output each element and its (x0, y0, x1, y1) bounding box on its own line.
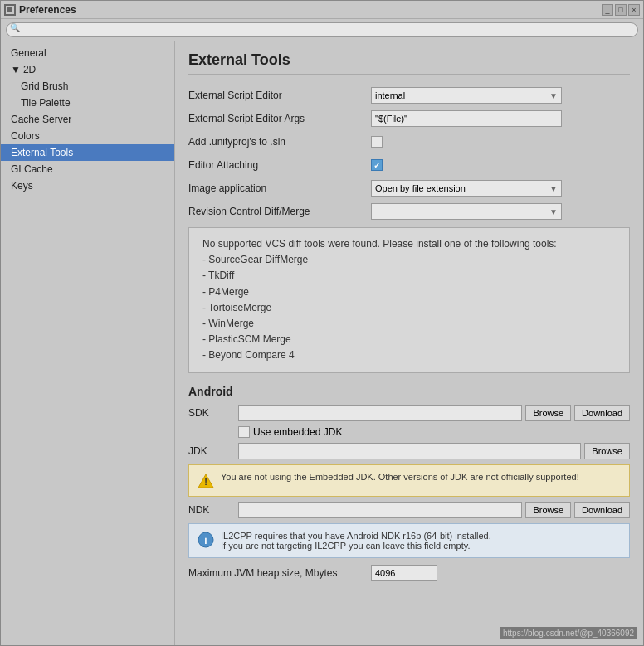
sidebar-item-external-tools[interactable]: External Tools (1, 144, 174, 161)
sdk-browse-button[interactable]: Browse (525, 405, 571, 421)
revision-control-dropdown[interactable]: ▼ (371, 203, 562, 220)
external-script-editor-value: internal (375, 90, 405, 100)
ndk-info-box: i IL2CPP requires that you have Android … (188, 523, 630, 558)
sidebar: General ▼2D Grid Brush Tile Palette Cach… (1, 41, 175, 645)
sidebar-item-2d[interactable]: ▼2D (1, 61, 174, 78)
use-embedded-jdk-label: Use embedded JDK (253, 426, 342, 438)
external-script-editor-control: internal ▼ (371, 87, 630, 104)
jdk-warning-text: You are not using the Embedded JDK. Othe… (221, 472, 579, 482)
sdk-label: SDK (188, 407, 238, 419)
chevron-down-icon: ▼ (549, 91, 558, 100)
search-bar (1, 19, 643, 41)
external-script-editor-dropdown[interactable]: internal ▼ (371, 87, 562, 104)
info-icon: i (198, 532, 214, 548)
vcs-message: No supported VCS diff tools were found. … (202, 236, 616, 252)
jdk-row: JDK Browse (188, 443, 630, 459)
jdk-warning-box: ! You are not using the Embedded JDK. Ot… (188, 464, 630, 497)
add-unity-proj-label: Add .unityproj's to .sln (188, 136, 371, 148)
preferences-window: Preferences _ □ × General ▼2D Grid Brush… (0, 0, 644, 646)
jvm-input[interactable] (371, 565, 437, 581)
ndk-label: NDK (188, 504, 238, 516)
editor-attaching-control (371, 159, 630, 171)
vcs-tool-2: - P4Merge (202, 284, 616, 300)
image-application-control: Open by file extension ▼ (371, 180, 630, 197)
vcs-tool-3: - TortoiseMerge (202, 300, 616, 316)
jdk-input[interactable] (238, 443, 581, 459)
sdk-input[interactable] (238, 405, 522, 421)
jvm-label: Maximum JVM heap size, Mbytes (188, 567, 371, 579)
chevron-down-icon: ▼ (549, 207, 558, 216)
ndk-download-button[interactable]: Download (574, 502, 630, 518)
add-unity-proj-row: Add .unityproj's to .sln (188, 133, 630, 151)
external-script-editor-label: External Script Editor (188, 90, 371, 101)
jvm-row: Maximum JVM heap size, Mbytes (188, 565, 630, 581)
sidebar-item-general[interactable]: General (1, 45, 174, 61)
minimize-button[interactable]: _ (602, 4, 613, 16)
vcs-tool-0: - SourceGear DiffMerge (202, 252, 616, 268)
external-script-editor-args-row: External Script Editor Args (188, 109, 630, 128)
revision-control-row: Revision Control Diff/Merge ▼ (188, 202, 630, 221)
image-application-label: Image application (188, 182, 371, 194)
ndk-row: NDK Browse Download (188, 502, 630, 518)
image-application-row: Image application Open by file extension… (188, 179, 630, 197)
sidebar-item-gi-cache[interactable]: GI Cache (1, 161, 174, 177)
sidebar-item-grid-brush[interactable]: Grid Brush (1, 78, 174, 95)
title-bar: Preferences _ □ × (1, 1, 643, 19)
chevron-down-icon: ▼ (549, 184, 558, 193)
ndk-browse-button[interactable]: Browse (525, 502, 571, 518)
sidebar-item-tile-palette[interactable]: Tile Palette (1, 95, 174, 111)
ndk-info-text: IL2CPP requires that you have Android ND… (221, 531, 491, 551)
arrow-icon: ▼ (11, 64, 21, 75)
jdk-browse-button[interactable]: Browse (584, 443, 630, 459)
content-area: External Tools External Script Editor in… (175, 41, 643, 645)
search-input[interactable] (6, 22, 638, 37)
external-script-editor-args-label: External Script Editor Args (188, 113, 371, 124)
image-application-value: Open by file extension (375, 183, 466, 193)
vcs-tool-4: - WinMerge (202, 316, 616, 332)
svg-text:!: ! (204, 477, 207, 487)
jdk-label: JDK (188, 445, 238, 457)
watermark: https://blog.csdn.net/@p_40366092 (500, 627, 637, 639)
ndk-info-line1: IL2CPP requires that you have Android ND… (221, 531, 491, 541)
search-wrapper (6, 22, 638, 37)
add-unity-proj-control (371, 136, 630, 148)
window-title: Preferences (19, 4, 602, 16)
svg-text:i: i (204, 535, 207, 546)
image-application-dropdown[interactable]: Open by file extension ▼ (371, 180, 562, 197)
window-icon (4, 4, 16, 16)
vcs-tool-1: - TkDiff (202, 268, 616, 284)
vcs-message-box: No supported VCS diff tools were found. … (188, 227, 630, 373)
android-section-title: Android (188, 385, 630, 398)
ndk-info-line2: If you are not targeting IL2CPP you can … (221, 541, 491, 551)
editor-attaching-label: Editor Attaching (188, 159, 371, 171)
window-controls: _ □ × (602, 4, 640, 16)
vcs-tool-5: - PlasticSCM Merge (202, 332, 616, 347)
external-script-editor-row: External Script Editor internal ▼ (188, 86, 630, 104)
external-script-editor-args-input[interactable] (371, 110, 562, 127)
warning-icon: ! (198, 473, 214, 489)
add-unity-proj-checkbox[interactable] (371, 136, 383, 148)
revision-control-label: Revision Control Diff/Merge (188, 206, 371, 217)
editor-attaching-row: Editor Attaching (188, 156, 630, 174)
revision-control-control: ▼ (371, 203, 630, 220)
vcs-tool-6: - Beyond Compare 4 (202, 347, 616, 363)
content-title: External Tools (188, 51, 630, 75)
external-script-editor-args-control (371, 110, 630, 127)
use-embedded-jdk-checkbox[interactable] (238, 426, 250, 438)
sidebar-item-colors[interactable]: Colors (1, 128, 174, 144)
sdk-download-button[interactable]: Download (574, 405, 630, 421)
maximize-button[interactable]: □ (615, 4, 627, 16)
sidebar-item-cache-server[interactable]: Cache Server (1, 111, 174, 128)
close-button[interactable]: × (628, 4, 640, 16)
sdk-row: SDK Browse Download (188, 405, 630, 421)
ndk-input[interactable] (238, 502, 522, 518)
sidebar-item-keys[interactable]: Keys (1, 177, 174, 194)
use-embedded-jdk-row: Use embedded JDK (188, 426, 630, 438)
svg-rect-2 (7, 7, 12, 12)
editor-attaching-checkbox[interactable] (371, 159, 383, 171)
main-content: General ▼2D Grid Brush Tile Palette Cach… (1, 41, 643, 645)
